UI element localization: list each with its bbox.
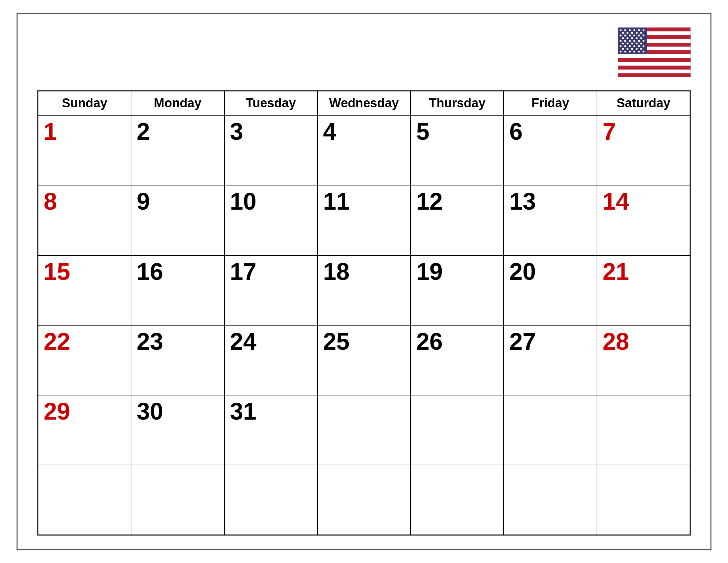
calendar-day-cell: 11	[317, 185, 411, 255]
day-number: 6	[509, 118, 523, 145]
day-number: 28	[603, 328, 629, 355]
calendar-week-row	[38, 465, 690, 535]
svg-point-38	[629, 40, 631, 42]
calendar-day-cell: 23	[131, 325, 224, 395]
day-number: 20	[509, 258, 536, 285]
svg-point-63	[643, 51, 645, 53]
svg-point-21	[626, 32, 628, 34]
svg-point-43	[626, 43, 628, 45]
day-number: 30	[137, 398, 163, 425]
calendar-day-cell: 10	[224, 185, 318, 255]
calendar-day-cell: 16	[131, 255, 224, 325]
svg-point-61	[633, 51, 635, 53]
svg-rect-7	[618, 54, 690, 58]
calendar-grid: SundayMondayTuesdayWednesdayThursdayFrid…	[37, 90, 691, 536]
calendar-day-cell: 24	[224, 325, 318, 395]
day-number: 10	[230, 188, 256, 214]
svg-point-60	[629, 51, 631, 53]
calendar-day-cell	[224, 465, 318, 535]
svg-point-32	[626, 37, 628, 39]
calendar-day-cell: 28	[597, 325, 690, 395]
calendar-day-cell: 20	[504, 255, 597, 325]
calendar-day-cell: 21	[597, 255, 690, 325]
weekday-header-wednesday: Wednesday	[317, 91, 411, 116]
day-number: 19	[416, 258, 443, 285]
calendar-day-cell: 30	[131, 395, 224, 465]
svg-rect-10	[618, 66, 690, 70]
svg-point-25	[620, 34, 622, 36]
calendar-day-cell	[597, 395, 690, 465]
svg-point-52	[643, 45, 645, 47]
calendar-day-cell	[597, 465, 690, 535]
svg-point-59	[624, 51, 626, 53]
calendar-week-row: 1234567	[38, 115, 690, 185]
calendar-day-cell: 17	[224, 255, 318, 325]
day-number: 26	[416, 328, 443, 355]
svg-point-40	[638, 40, 640, 42]
svg-point-14	[620, 29, 622, 31]
svg-point-35	[640, 37, 642, 39]
calendar-day-cell: 13	[504, 185, 597, 255]
svg-point-48	[624, 45, 626, 47]
day-number: 31	[230, 398, 256, 425]
us-flag	[618, 27, 691, 80]
svg-point-44	[631, 43, 633, 45]
calendar-day-cell: 19	[411, 255, 504, 325]
calendar-day-cell: 26	[411, 325, 504, 395]
day-number: 13	[509, 188, 536, 214]
weekday-header-row: SundayMondayTuesdayWednesdayThursdayFrid…	[38, 91, 690, 116]
day-number: 27	[509, 328, 536, 355]
day-number: 3	[230, 118, 243, 145]
svg-point-15	[624, 29, 626, 31]
calendar-week-row: 293031	[38, 395, 690, 465]
day-number: 1	[44, 118, 57, 145]
day-number: 11	[323, 188, 349, 214]
svg-point-36	[620, 40, 622, 42]
calendar-day-cell	[504, 465, 597, 535]
day-number: 21	[603, 258, 629, 285]
svg-point-45	[636, 43, 638, 45]
svg-point-56	[636, 48, 638, 50]
day-number: 24	[230, 328, 256, 355]
calendar-page: SundayMondayTuesdayWednesdayThursdayFrid…	[17, 13, 711, 550]
svg-point-29	[638, 34, 640, 36]
calendar-day-cell	[411, 465, 504, 535]
calendar-day-cell: 22	[38, 325, 131, 395]
svg-point-23	[636, 32, 638, 34]
calendar-week-row: 15161718192021	[38, 255, 690, 325]
svg-point-57	[640, 48, 642, 50]
calendar-week-row: 891011121314	[38, 185, 690, 255]
day-number: 18	[323, 258, 349, 285]
svg-point-24	[640, 32, 642, 34]
svg-point-49	[629, 45, 631, 47]
day-number: 7	[603, 118, 616, 145]
svg-point-55	[631, 48, 633, 50]
svg-point-51	[638, 45, 640, 47]
calendar-day-cell: 8	[38, 185, 131, 255]
svg-point-54	[626, 48, 628, 50]
day-number: 29	[44, 398, 70, 425]
weekday-header-sunday: Sunday	[38, 91, 131, 116]
calendar-day-cell	[131, 465, 224, 535]
day-number: 25	[323, 328, 349, 355]
day-number: 15	[44, 258, 70, 285]
calendar-day-cell: 3	[224, 115, 318, 185]
svg-point-39	[633, 40, 635, 42]
day-number: 4	[323, 118, 336, 145]
svg-point-47	[620, 45, 622, 47]
svg-point-22	[631, 32, 633, 34]
calendar-day-cell: 14	[597, 185, 690, 255]
svg-point-42	[622, 43, 624, 45]
weekday-header-tuesday: Tuesday	[224, 91, 318, 116]
svg-point-18	[638, 29, 640, 31]
calendar-day-cell	[317, 465, 411, 535]
svg-point-33	[631, 37, 633, 39]
calendar-header	[37, 27, 691, 80]
calendar-day-cell: 29	[38, 395, 131, 465]
svg-point-46	[640, 43, 642, 45]
weekday-header-friday: Friday	[504, 91, 597, 116]
day-number: 9	[137, 188, 150, 214]
svg-point-16	[629, 29, 631, 31]
svg-point-31	[622, 37, 624, 39]
day-number: 12	[416, 188, 443, 214]
